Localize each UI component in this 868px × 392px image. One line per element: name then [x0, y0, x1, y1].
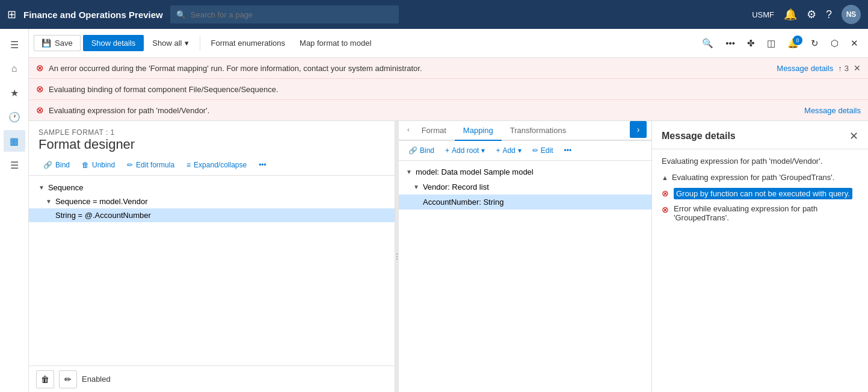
map-format-button[interactable]: Map format to model: [294, 35, 377, 51]
sidebar-item-workspaces[interactable]: ▦: [4, 130, 25, 152]
tree-item-sequence[interactable]: ▼ Sequence: [29, 181, 395, 194]
delete-button[interactable]: 🗑: [36, 370, 54, 388]
grid-icon[interactable]: ⊞: [7, 8, 16, 21]
search-icon: 🔍: [176, 10, 186, 19]
plus-icon-root: +: [445, 146, 449, 155]
error-icon-2: ⊗: [36, 84, 44, 95]
enabled-label: Enabled: [82, 375, 111, 384]
mapping-tabs: ‹ Format Mapping Transformations ›: [399, 121, 651, 141]
message-details-link-1[interactable]: Message details: [777, 64, 833, 73]
edit-map-button[interactable]: ✏ Edit: [529, 145, 557, 157]
search-toolbar-icon[interactable]: 🔍: [697, 34, 718, 52]
sidebar-icons: ☰ ⌂ ★ 🕐 ▦ ☰: [0, 29, 29, 392]
more-format-options[interactable]: •••: [254, 158, 271, 172]
msg-section-header[interactable]: ▲ Evaluating expression for path 'Groupe…: [662, 173, 858, 182]
error-text-2: Evaluating binding of format component F…: [49, 85, 861, 94]
add-button[interactable]: + Add ▾: [492, 145, 525, 157]
message-panel-close-button[interactable]: ✕: [849, 129, 858, 143]
chevron-down-icon: ▾: [185, 39, 189, 48]
show-all-button[interactable]: Show all ▾: [146, 35, 194, 51]
save-icon: 💾: [42, 39, 51, 48]
unbind-button[interactable]: 🗑 Unbind: [77, 158, 120, 172]
toolbar: 💾 Save Show details Show all ▾ Format en…: [29, 29, 868, 58]
sidebar-item-modules[interactable]: ☰: [4, 154, 25, 176]
map-arrow-0: ▼: [406, 169, 412, 175]
save-button[interactable]: 💾 Save: [34, 35, 81, 51]
link-icon: 🔗: [43, 161, 52, 169]
msg-err-icon-1: ⊗: [662, 188, 669, 198]
edit-formula-button[interactable]: ✏ Edit formula: [122, 158, 179, 172]
bind-button[interactable]: 🔗 Bind: [38, 158, 75, 172]
tree-item-string[interactable]: String = @.AccountNumber: [29, 208, 395, 222]
format-header: SAMPLE FORMAT : 1 Format designer: [29, 121, 395, 155]
map-link-icon: 🔗: [408, 146, 417, 155]
region-label: USMF: [752, 10, 774, 19]
tree-label-sequence-vendor: Sequence = model.Vendor: [55, 197, 148, 206]
open-new-icon[interactable]: ⬡: [826, 34, 843, 52]
tree-label-string: String = @.AccountNumber: [55, 211, 151, 220]
close-icon[interactable]: ✕: [846, 34, 863, 52]
pencil-map-icon: ✏: [532, 146, 538, 155]
map-bind-button[interactable]: 🔗 Bind: [405, 145, 438, 157]
msg-intro-text: Evaluating expression for path 'model/Ve…: [662, 157, 858, 166]
settings-icon[interactable]: ⚙: [807, 8, 816, 21]
sidebar-item-favorites[interactable]: ★: [4, 82, 25, 104]
avatar[interactable]: NS: [842, 5, 861, 24]
close-errors-button[interactable]: ✕: [854, 63, 861, 73]
error-bar-1: ⊗ An error occurred during the 'Format m…: [29, 58, 868, 79]
sidebar-item-menu[interactable]: ☰: [4, 34, 25, 55]
error-text-3: Evaluating expression for path 'model/Ve…: [49, 106, 799, 115]
error-bar-2: ⊗ Evaluating binding of format component…: [29, 79, 868, 100]
toolbar-icons: 🔍 ••• ✤ ◫ 🔔 0 ↻ ⬡ ✕: [697, 34, 863, 52]
tab-next-button[interactable]: ›: [630, 121, 647, 138]
error-icon-3: ⊗: [36, 105, 44, 116]
msg-err-icon-2: ⊗: [662, 205, 669, 214]
tab-format[interactable]: Format: [413, 121, 455, 141]
msg-collapse-arrow: ▲: [662, 174, 668, 181]
help-icon[interactable]: ?: [826, 8, 832, 21]
toolbar-separator-1: [200, 36, 200, 51]
mapping-panel: ‹ Format Mapping Transformations › 🔗: [399, 121, 651, 392]
format-enumerations-button[interactable]: Format enumerations: [205, 35, 292, 51]
search-input[interactable]: [191, 10, 393, 19]
unlink-icon: 🗑: [82, 161, 89, 169]
errors-area: ⊗ An error occurred during the 'Format m…: [29, 58, 868, 121]
tree-item-sequence-vendor[interactable]: ▼ Sequence = model.Vendor: [29, 194, 395, 208]
message-details-link-3[interactable]: Message details: [804, 106, 861, 115]
more-map-options[interactable]: •••: [560, 145, 575, 157]
show-details-button[interactable]: Show details: [83, 35, 144, 51]
expand-collapse-button[interactable]: ≡ Expand/collapse: [182, 158, 251, 172]
tab-mapping[interactable]: Mapping: [455, 121, 502, 141]
sidebar-item-home[interactable]: ⌂: [4, 58, 25, 79]
msg-section: ▲ Evaluating expression for path 'Groupe…: [662, 173, 858, 225]
tab-back-arrow[interactable]: ‹: [404, 121, 413, 140]
content-area: 💾 Save Show details Show all ▾ Format en…: [29, 29, 868, 392]
format-title: Format designer: [38, 137, 385, 152]
designer-area: SAMPLE FORMAT : 1 Format designer 🔗 Bind…: [29, 121, 868, 392]
crossref-icon[interactable]: ✤: [742, 34, 760, 52]
top-nav: ⊞ Finance and Operations Preview 🔍 USMF …: [0, 0, 868, 29]
error-icon-1: ⊗: [36, 63, 44, 73]
add-root-button[interactable]: + Add root ▾: [442, 145, 488, 157]
map-item-model[interactable]: ▼ model: Data model Sample model: [399, 164, 651, 179]
map-item-account[interactable]: AccountNumber: String: [399, 194, 651, 210]
mapping-tree: ▼ model: Data model Sample model ▼ Vendo…: [399, 161, 651, 392]
map-label-model: model: Data model Sample model: [416, 167, 534, 176]
tab-transformations[interactable]: Transformations: [502, 121, 574, 141]
compare-icon[interactable]: ◫: [762, 34, 780, 52]
msg-err-text-1: Group by function can not be executed wi…: [674, 188, 852, 199]
nav-right: USMF 🔔 ⚙ ? NS: [752, 5, 861, 24]
map-item-vendor[interactable]: ▼ Vendor: Record list: [399, 179, 651, 194]
message-panel-body: Evaluating expression for path 'model/Ve…: [652, 149, 868, 392]
bell-icon[interactable]: 🔔: [784, 8, 797, 21]
error-count-badge: ↑ 3: [838, 64, 849, 73]
msg-section-title: Evaluating expression for path 'GroupedT…: [672, 173, 834, 182]
msg-error-row-1: ⊗ Group by function can not be executed …: [662, 185, 858, 202]
chevron-root: ▾: [481, 146, 485, 155]
map-arrow-1: ▼: [413, 184, 419, 190]
more-options-icon[interactable]: •••: [721, 34, 740, 52]
edit-button[interactable]: ✏: [59, 370, 77, 388]
sidebar-item-recent[interactable]: 🕐: [4, 106, 25, 128]
refresh-icon[interactable]: ↻: [806, 34, 823, 52]
drag-dots: [396, 254, 398, 260]
